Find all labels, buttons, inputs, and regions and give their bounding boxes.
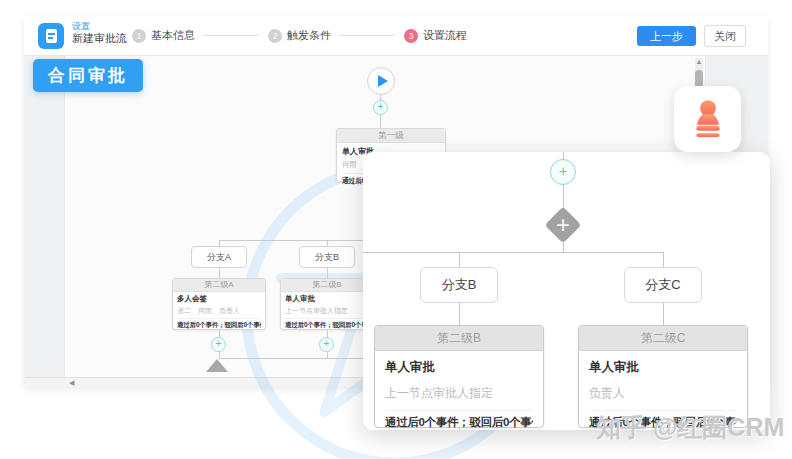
top-bar-actions: 上一步 关闭 <box>637 16 746 55</box>
branch-button-c[interactable]: 分支C <box>624 267 702 303</box>
merge-triangle-icon <box>206 359 228 372</box>
app-subtitle: 设置 <box>72 21 127 32</box>
card-type: 多人会签 <box>177 294 261 304</box>
scroll-left-arrow[interactable]: ◀ <box>69 378 74 387</box>
step-connector <box>204 35 259 36</box>
step-label-1: 基本信息 <box>151 28 195 43</box>
step-circle-1: 1 <box>132 29 146 43</box>
close-button[interactable]: 关闭 <box>704 25 746 47</box>
card-header: 第二级C <box>579 326 747 351</box>
card-events: 通过后0个事件；驳回后0个事件 <box>177 318 261 330</box>
play-icon <box>378 75 388 87</box>
stamp-tool[interactable] <box>674 86 741 152</box>
stamp-icon <box>688 96 728 142</box>
card-assignee: 负责人 <box>589 385 737 402</box>
branch-button-a[interactable]: 分支A <box>191 246 247 268</box>
step-item-set-flow[interactable]: 3 设置流程 <box>404 28 467 43</box>
card-assignee: 上一节点审批人指定 <box>285 306 369 316</box>
connector-line <box>219 268 220 278</box>
watermark-text: 知乎 @红圈CRM <box>596 411 784 444</box>
connector-line <box>663 303 664 325</box>
add-node-button[interactable]: + <box>319 337 334 352</box>
card-type: 单人审批 <box>285 294 369 304</box>
screenshot-stage: 设置 新建审批流 1 基本信息 2 触发条件 3 设置流程 上一步 关闭 合同审… <box>0 0 792 459</box>
app-title-block: 设置 新建审批流 <box>72 21 127 46</box>
previous-step-button[interactable]: 上一步 <box>637 26 696 46</box>
step-connector <box>340 35 395 36</box>
add-node-button[interactable]: + <box>550 159 576 185</box>
card-header: 第二级A <box>173 279 265 292</box>
approval-card-level2b-zoom[interactable]: 第二级B 单人审批 上一节点审批人指定 通过后0个事件；驳回后0个事件 <box>374 325 544 428</box>
branch-button-b[interactable]: 分支B <box>420 267 498 303</box>
card-assignee: 张二、何雨、负责人 <box>177 306 261 316</box>
step-circle-3: 3 <box>404 29 418 43</box>
card-header: 第一级 <box>337 129 445 143</box>
app-title: 新建审批流 <box>72 32 127 46</box>
card-type: 单人审批 <box>589 359 737 376</box>
step-item-basic-info[interactable]: 1 基本信息 <box>132 28 195 43</box>
connector-line <box>459 428 460 430</box>
card-type: 单人审批 <box>385 359 533 376</box>
card-events: 通过后0个事件；驳回后0个事件 <box>285 318 369 330</box>
scroll-up-arrow[interactable]: ▲ <box>694 58 704 65</box>
document-icon <box>38 23 64 49</box>
connector-line <box>459 252 460 267</box>
connector-line <box>459 303 460 325</box>
flow-title-badge: 合同审批 <box>33 59 143 92</box>
add-node-button[interactable]: + <box>211 337 226 352</box>
step-circle-2: 2 <box>268 29 282 43</box>
top-bar: 设置 新建审批流 1 基本信息 2 触发条件 3 设置流程 上一步 关闭 <box>24 16 768 56</box>
approval-card-level2a[interactable]: 第二级A 多人会签 张二、何雨、负责人 通过后0个事件；驳回后0个事件 <box>172 278 266 330</box>
card-events: 通过后0个事件；驳回后0个事件 <box>385 410 533 430</box>
card-header: 第二级B <box>375 326 543 351</box>
zoom-panel: + + 分支B 分支C 第二级B 单人审批 上一节点审批人指定 通过后0个事件；… <box>363 152 770 430</box>
step-label-3: 设置流程 <box>423 28 467 43</box>
card-header: 第二级B <box>281 279 373 292</box>
wizard-steps: 1 基本信息 2 触发条件 3 设置流程 <box>132 16 467 55</box>
step-label-2: 触发条件 <box>287 28 331 43</box>
start-node[interactable] <box>367 67 395 95</box>
connector-line <box>380 115 381 128</box>
branch-split-line <box>363 252 663 253</box>
connector-line <box>663 252 664 267</box>
connector-line <box>563 152 564 159</box>
connector-line <box>563 185 564 208</box>
card-assignee: 上一节点审批人指定 <box>385 385 533 402</box>
add-node-button[interactable]: + <box>373 100 388 115</box>
condition-diamond-icon[interactable]: + <box>545 207 582 244</box>
connector-line <box>327 268 328 278</box>
branch-button-b[interactable]: 分支B <box>299 246 355 268</box>
step-item-trigger-condition[interactable]: 2 触发条件 <box>268 28 331 43</box>
connector-line <box>563 242 564 252</box>
approval-card-level2b[interactable]: 第二级B 单人审批 上一节点审批人指定 通过后0个事件；驳回后0个事件 <box>280 278 374 330</box>
